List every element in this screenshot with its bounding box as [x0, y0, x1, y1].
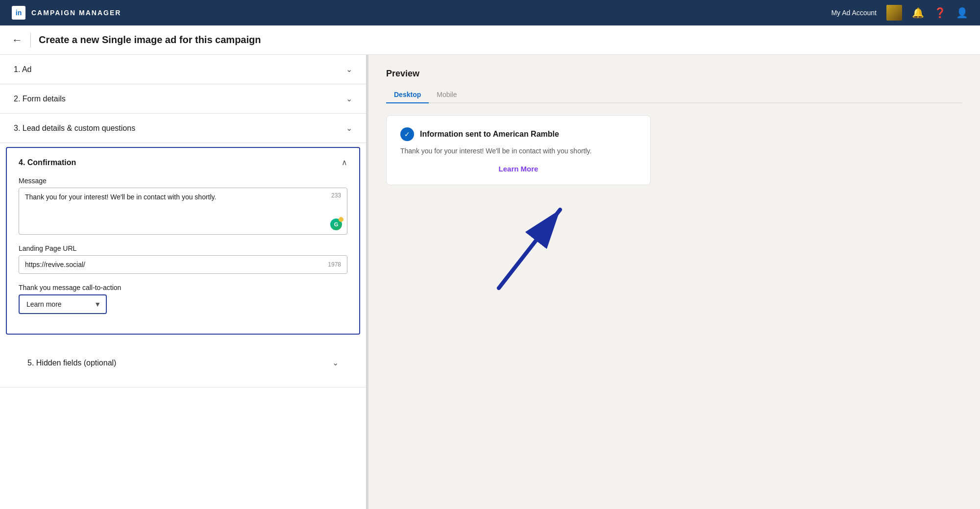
cta-label: Thank you message call-to-action — [19, 284, 347, 291]
main-layout: 1. Ad ⌄ 2. Form details ⌄ 3. Lead detail… — [0, 55, 980, 509]
message-textarea[interactable]: Thank you for your interest! We'll be in… — [19, 188, 347, 232]
url-label: Landing Page URL — [19, 244, 347, 252]
url-input-wrapper: 1978 — [19, 255, 347, 274]
preview-tabs: Desktop Mobile — [386, 87, 962, 103]
chevron-up-icon-confirmation[interactable]: ∧ — [342, 158, 347, 167]
help-icon[interactable]: ❓ — [934, 7, 946, 19]
tab-mobile[interactable]: Mobile — [429, 87, 465, 103]
arrow-annotation — [386, 195, 962, 303]
accordion-item-confirmation: 4. Confirmation ∧ Message Thank you for … — [6, 147, 360, 335]
account-label: My Ad Account — [831, 9, 877, 17]
accordion-label-ad: 1. Ad — [14, 65, 31, 74]
accordion-header-form[interactable]: 2. Form details ⌄ — [0, 84, 366, 113]
preview-card-header: ✓ Information sent to American Ramble — [400, 127, 637, 141]
url-input[interactable] — [19, 256, 347, 273]
accordion-header-hidden[interactable]: 5. Hidden fields (optional) ⌄ — [14, 348, 352, 377]
grammarly-icon: G — [330, 218, 342, 230]
profile-avatar[interactable]: 👤 — [956, 7, 968, 19]
topnav-left: in CAMPAIGN MANAGER — [12, 6, 121, 20]
accordion-label-form: 2. Form details — [14, 95, 66, 103]
svg-line-1 — [499, 210, 560, 288]
message-char-count: 233 — [331, 192, 341, 199]
topnav: in CAMPAIGN MANAGER My Ad Account 🔔 ❓ 👤 — [0, 0, 980, 25]
left-panel: 1. Ad ⌄ 2. Form details ⌄ 3. Lead detail… — [0, 55, 367, 509]
preview-card: ✓ Information sent to American Ramble Th… — [386, 115, 651, 185]
chevron-down-icon-ad: ⌄ — [346, 65, 352, 74]
preview-card-headline: Information sent to American Ramble — [420, 130, 559, 139]
accordion-item-hidden: 5. Hidden fields (optional) ⌄ — [0, 339, 366, 388]
chevron-down-icon-hidden: ⌄ — [332, 358, 339, 367]
tab-desktop[interactable]: Desktop — [386, 87, 429, 103]
right-panel: Preview Desktop Mobile ✓ Information sen… — [368, 55, 980, 509]
page-title: Create a new Single image ad for this ca… — [39, 34, 261, 46]
linkedin-logo: in — [12, 6, 25, 20]
accordion-item-ad: 1. Ad ⌄ — [0, 55, 366, 84]
accordion-item-lead: 3. Lead details & custom questions ⌄ — [0, 114, 366, 143]
message-group: Message Thank you for your interest! We'… — [19, 177, 347, 235]
preview-card-body: Thank you for your interest! We'll be in… — [400, 147, 637, 155]
url-group: Landing Page URL 1978 — [19, 244, 347, 274]
cta-select[interactable]: Learn more Visit website Sign up Subscri… — [19, 294, 107, 314]
confirmation-header: 4. Confirmation ∧ — [19, 158, 347, 167]
cta-select-wrapper: Learn more Visit website Sign up Subscri… — [19, 294, 107, 314]
header-bar: ← Create a new Single image ad for this … — [0, 25, 980, 55]
check-icon: ✓ — [400, 127, 414, 141]
accordion-header-ad[interactable]: 1. Ad ⌄ — [0, 55, 366, 84]
app-name: CAMPAIGN MANAGER — [31, 9, 121, 17]
message-label: Message — [19, 177, 347, 185]
header-divider — [30, 33, 31, 48]
url-char-count: 1978 — [328, 261, 341, 268]
accordion-item-form: 2. Form details ⌄ — [0, 84, 366, 114]
preview-learn-more: Learn More — [400, 165, 637, 173]
account-thumbnail[interactable] — [886, 5, 902, 21]
chevron-down-icon-lead: ⌄ — [346, 123, 352, 133]
preview-title: Preview — [386, 69, 962, 79]
accordion-label-hidden: 5. Hidden fields (optional) — [27, 359, 116, 367]
accordion-label-lead: 3. Lead details & custom questions — [14, 124, 135, 133]
notification-icon[interactable]: 🔔 — [912, 7, 924, 19]
accordion-header-lead[interactable]: 3. Lead details & custom questions ⌄ — [0, 114, 366, 143]
arrow-svg — [484, 195, 582, 293]
back-button[interactable]: ← — [12, 34, 23, 47]
cta-group: Thank you message call-to-action Learn m… — [19, 284, 347, 314]
confirmation-label: 4. Confirmation — [19, 158, 76, 167]
chevron-down-icon-form: ⌄ — [346, 94, 352, 103]
message-textarea-wrapper: Thank you for your interest! We'll be in… — [19, 188, 347, 235]
topnav-right: My Ad Account 🔔 ❓ 👤 — [831, 5, 968, 21]
